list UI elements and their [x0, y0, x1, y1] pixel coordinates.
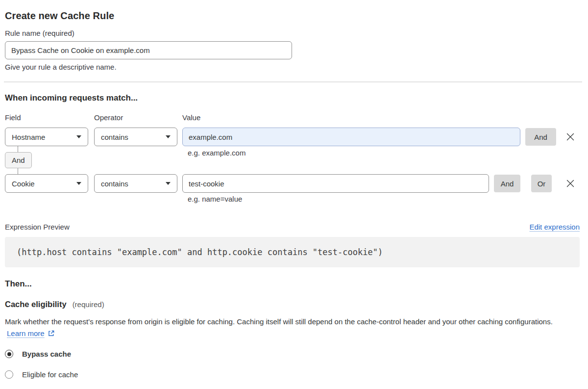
cache-eligibility-description: Mark whether the request’s response from… [5, 316, 573, 339]
radio-unselected-icon[interactable] [5, 370, 13, 379]
cache-eligibility-label: Cache eligibility [5, 300, 67, 309]
chevron-down-icon [166, 182, 171, 185]
and-button-row2[interactable]: And [494, 175, 520, 192]
field-select-row2[interactable]: Cookie [5, 174, 88, 193]
chevron-down-icon [166, 135, 171, 138]
operator-select-row2[interactable]: contains [94, 174, 177, 193]
value-hint-row2: e.g. name=value [188, 195, 242, 203]
field-select-row1[interactable]: Hostname [5, 128, 88, 146]
cache-eligibility-heading: Cache eligibility(required) [5, 300, 104, 309]
page-title: Create new Cache Rule [5, 10, 114, 22]
connector-and-button[interactable]: And [5, 152, 32, 168]
edit-expression-link[interactable]: Edit expression [529, 223, 580, 231]
radio-option[interactable]: Bypass cache [5, 350, 78, 358]
cache-eligibility-options: Bypass cacheEligible for cache [5, 350, 78, 379]
operator-select-row2-value: contains [101, 180, 128, 188]
operator-column-label: Operator [94, 113, 123, 122]
remove-condition-button-row1[interactable] [562, 129, 579, 145]
radio-option-label: Bypass cache [22, 350, 71, 358]
value-hint-row1: e.g. example.com [188, 149, 245, 157]
radio-selected-icon[interactable] [5, 350, 13, 358]
field-select-row1-value: Hostname [12, 133, 45, 141]
value-column-label: Value [182, 113, 200, 122]
learn-more-link[interactable]: Learn more [7, 329, 45, 337]
rule-name-input[interactable] [5, 41, 292, 59]
operator-select-row1[interactable]: contains [94, 128, 177, 146]
description-text: Mark whether the request’s response from… [5, 317, 553, 326]
and-button-row1[interactable]: And [525, 128, 556, 146]
radio-option-label: Eligible for cache [22, 370, 78, 379]
external-link-icon [48, 330, 55, 337]
value-input-row2[interactable] [182, 174, 489, 193]
rule-name-label: Rule name (required) [5, 29, 74, 37]
expression-code-block: (http.host contains "example.com" and ht… [5, 237, 580, 267]
field-column-label: Field [5, 113, 21, 122]
close-icon [566, 179, 575, 188]
radio-option[interactable]: Eligible for cache [5, 370, 78, 379]
expression-code: (http.host contains "example.com" and ht… [17, 247, 383, 257]
operator-select-row1-value: contains [101, 133, 128, 141]
close-icon [566, 132, 575, 141]
rule-name-helper: Give your rule a descriptive name. [5, 63, 117, 71]
section-divider [4, 81, 582, 82]
remove-condition-button-row2[interactable] [562, 175, 579, 192]
or-button-row2[interactable]: Or [531, 175, 552, 192]
required-tag: (required) [73, 300, 104, 309]
then-heading: Then... [5, 279, 32, 289]
expression-preview-label: Expression Preview [5, 223, 70, 231]
field-select-row2-value: Cookie [12, 180, 35, 188]
chevron-down-icon [76, 182, 81, 185]
chevron-down-icon [76, 135, 81, 138]
value-input-row1[interactable] [182, 128, 520, 146]
match-heading: When incoming requests match... [5, 93, 138, 103]
